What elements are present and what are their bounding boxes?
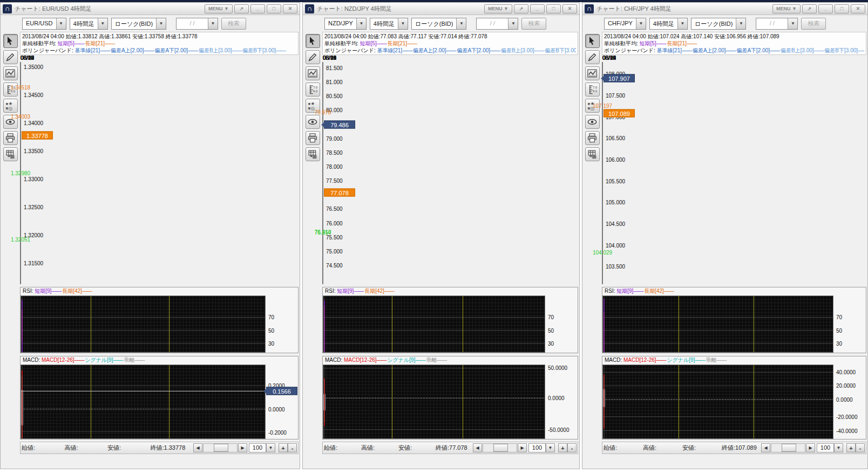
export-tool-button[interactable] bbox=[3, 147, 18, 161]
zoom-in-button[interactable]: + bbox=[846, 443, 856, 452]
scrollbar-thumb[interactable] bbox=[493, 444, 508, 452]
chart-scrollbar[interactable] bbox=[483, 443, 517, 452]
rsi-tick: 70 bbox=[836, 314, 842, 320]
cursor-tool-button[interactable] bbox=[3, 34, 18, 48]
pair-select[interactable]: NZD/JPY▼ bbox=[324, 18, 367, 30]
price-tick: 78.000 bbox=[326, 163, 343, 169]
print-tool-button[interactable] bbox=[306, 131, 320, 145]
menu-button[interactable]: MENU ▼ bbox=[484, 4, 512, 13]
charttype-select[interactable]: ローソク(BID)▼ bbox=[111, 18, 166, 30]
close-label: 終値: bbox=[151, 444, 164, 451]
pencil-tool-button[interactable] bbox=[3, 50, 18, 64]
timeframe-select[interactable]: 4時間足▼ bbox=[370, 18, 408, 30]
charttype-select[interactable]: ローソク(BID)▼ bbox=[691, 18, 746, 30]
popout-button[interactable]: ↗ bbox=[514, 4, 528, 13]
rsi-canvas bbox=[603, 296, 833, 352]
maximize-button[interactable]: □ bbox=[835, 4, 849, 13]
scroll-left-button[interactable]: ◀ bbox=[473, 443, 482, 452]
scale-tool-button[interactable]: 7.06.0 bbox=[306, 83, 320, 97]
legend-line-swatch: —— bbox=[415, 357, 426, 363]
timeframe-select[interactable]: 4時間足▼ bbox=[649, 18, 688, 30]
macd-canvas bbox=[323, 365, 545, 438]
scroll-right-button[interactable]: ▶ bbox=[238, 443, 247, 452]
charttype-select[interactable]: ローソク(BID)▼ bbox=[411, 18, 466, 30]
date-input[interactable]: / /▼ bbox=[756, 18, 798, 30]
price-tick: 105.000 bbox=[606, 200, 625, 205]
swing-low-annotation: 1.32051 bbox=[11, 237, 30, 243]
cursor-tool-button[interactable] bbox=[306, 34, 320, 48]
macd-plot[interactable] bbox=[21, 365, 266, 439]
indicator-tool-button[interactable] bbox=[306, 66, 320, 80]
zoom-out-button[interactable]: - bbox=[567, 443, 577, 452]
cursor-tool-button[interactable] bbox=[585, 34, 600, 48]
zoom-in-button[interactable]: + bbox=[558, 443, 567, 452]
rsi-tick: 30 bbox=[268, 341, 274, 347]
date-input[interactable]: / /▼ bbox=[476, 18, 518, 30]
maximize-button[interactable]: □ bbox=[267, 4, 281, 13]
bars-count-dropdown[interactable]: ▼ bbox=[546, 443, 555, 452]
scroll-right-button[interactable]: ▶ bbox=[518, 443, 527, 452]
maximize-button[interactable]: □ bbox=[546, 4, 561, 13]
timeframe-select[interactable]: 4時間足▼ bbox=[70, 18, 108, 30]
date-input[interactable]: / /▼ bbox=[176, 18, 218, 30]
chart-window: チャート: CHF/JPY 4時間足 MENU ▼ ↗ _ □ ✕ CHF/JP… bbox=[582, 2, 868, 469]
export-tool-button[interactable] bbox=[306, 147, 320, 161]
chart-scrollbar[interactable] bbox=[771, 443, 805, 452]
rsi-plot[interactable] bbox=[21, 296, 266, 353]
zoom-in-button[interactable]: + bbox=[279, 443, 288, 452]
popout-button[interactable]: ↗ bbox=[234, 4, 249, 13]
quote-info: 2013/08/24 04:00 始値:107.024 高値:107.140 安… bbox=[602, 32, 866, 55]
close-button[interactable]: ✕ bbox=[851, 4, 865, 13]
visibility-tool-button[interactable] bbox=[585, 115, 600, 129]
print-tool-button[interactable] bbox=[585, 131, 600, 145]
zoom-out-button[interactable]: - bbox=[288, 443, 297, 452]
legend-line-swatch: —— bbox=[687, 40, 696, 46]
bars-count-dropdown[interactable]: ▼ bbox=[266, 443, 275, 452]
search-button[interactable]: 検索 bbox=[521, 18, 546, 30]
close-button[interactable]: ✕ bbox=[283, 4, 297, 13]
search-button[interactable]: 検索 bbox=[801, 18, 826, 30]
bollinger-legend: ボリンジャーバンド: 基準線[21]—— 偏差A上[2.00]—— 偏差A下[2… bbox=[604, 47, 864, 54]
popout-button[interactable]: ↗ bbox=[802, 4, 817, 13]
legend-prefix: 単純移動平均: bbox=[604, 40, 640, 46]
rsi-tick: 50 bbox=[268, 327, 274, 333]
indicator-tool-button[interactable] bbox=[585, 66, 600, 80]
zoom-out-button[interactable]: - bbox=[856, 443, 865, 452]
scroll-right-button[interactable]: ▶ bbox=[806, 443, 815, 452]
close-button[interactable]: ✕ bbox=[562, 4, 577, 13]
pencil-tool-button[interactable] bbox=[306, 50, 320, 64]
indicator-tool-button[interactable] bbox=[3, 66, 18, 80]
scale-tool-button[interactable]: 7.06.0 bbox=[585, 83, 600, 97]
pair-select[interactable]: EUR/USD▼ bbox=[22, 18, 66, 30]
scrollbar-thumb[interactable] bbox=[782, 444, 797, 452]
visibility-tool-button[interactable] bbox=[306, 115, 320, 129]
menu-button[interactable]: MENU ▼ bbox=[205, 4, 233, 13]
bollinger-legend: ボリンジャーバンド: 基準線[21]—— 偏差A上[2.00]—— 偏差A下[2… bbox=[324, 47, 576, 54]
rsi-legend: RSI: 短期[9]—— 長期[42]—— bbox=[602, 287, 866, 296]
minimize-button[interactable]: _ bbox=[530, 4, 545, 13]
rsi-plot[interactable] bbox=[323, 296, 545, 353]
rsi-plot[interactable] bbox=[602, 296, 833, 353]
bottom-statusbar: 始値: 高値: 安値: 終値:77.078 ◀ ▶ 100 ▼ + - bbox=[322, 442, 578, 454]
pair-select[interactable]: CHF/JPY▼ bbox=[604, 18, 646, 30]
marks-tool-button[interactable]: ●★♥◎ bbox=[3, 99, 18, 113]
menu-button[interactable]: MENU ▼ bbox=[772, 4, 801, 13]
minimize-button[interactable]: _ bbox=[250, 4, 265, 13]
current-price-badge: 107.089 bbox=[603, 109, 635, 117]
scroll-left-button[interactable]: ◀ bbox=[761, 443, 770, 452]
macd-plot[interactable] bbox=[602, 365, 833, 439]
scrollbar-thumb[interactable] bbox=[214, 444, 229, 452]
bars-count-dropdown[interactable]: ▼ bbox=[834, 443, 843, 452]
scroll-left-button[interactable]: ◀ bbox=[193, 443, 202, 452]
macd-plot[interactable] bbox=[323, 365, 545, 439]
export-tool-button[interactable] bbox=[585, 147, 600, 161]
legend-line-swatch: —— bbox=[402, 47, 413, 53]
close-label: 終値: bbox=[436, 444, 449, 451]
pencil-tool-button[interactable] bbox=[585, 50, 600, 64]
price-tick: 1.34000 bbox=[24, 120, 43, 126]
legend-line-swatch: —— bbox=[113, 357, 124, 363]
chart-scrollbar[interactable] bbox=[203, 443, 238, 452]
print-tool-button[interactable] bbox=[3, 131, 18, 145]
minimize-button[interactable]: _ bbox=[818, 4, 833, 13]
search-button[interactable]: 検索 bbox=[221, 18, 246, 30]
